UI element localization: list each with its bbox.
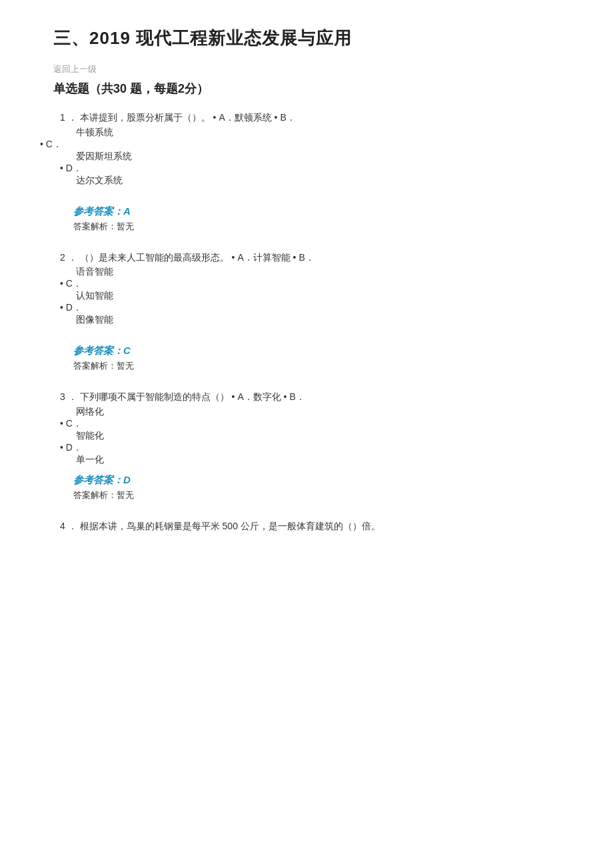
question-4-text: 4 ． 根据本讲，鸟巢的耗钢量是每平米 500 公斤，是一般体育建筑的（）倍。 <box>60 517 560 535</box>
question-3: 3 ． 下列哪项不属于智能制造的特点（） • A． 数字化 • B． 网络化 •… <box>53 388 560 501</box>
question-1-text: 1 ． 本讲提到，股票分析属于（）。 • A． 默顿系统 • B． <box>60 109 560 127</box>
answer-1: 参考答案：A 答案解析：暂无 <box>60 205 560 233</box>
question-4: 4 ． 根据本讲，鸟巢的耗钢量是每平米 500 公斤，是一般体育建筑的（）倍。 <box>53 517 560 535</box>
section-header: 单选题（共30 题，每题2分） <box>53 81 560 97</box>
page-title: 三、2019 现代工程新业态发展与应用 <box>53 27 560 50</box>
questions-container: 1 ． 本讲提到，股票分析属于（）。 • A． 默顿系统 • B． 牛顿系统 •… <box>53 109 560 535</box>
back-link[interactable]: 返回上一级 <box>53 63 560 75</box>
question-2: 2 ． （）是未来人工智能的最高级形态。 • A． 计算智能 • B． 语音智能… <box>53 249 560 373</box>
question-1: 1 ． 本讲提到，股票分析属于（）。 • A． 默顿系统 • B． 牛顿系统 •… <box>53 109 560 233</box>
answer-3: 参考答案：D 答案解析：暂无 <box>60 474 560 501</box>
question-2-text: 2 ． （）是未来人工智能的最高级形态。 • A． 计算智能 • B． <box>60 249 560 267</box>
question-3-text: 3 ． 下列哪项不属于智能制造的特点（） • A． 数字化 • B． <box>60 388 560 406</box>
answer-2: 参考答案：C 答案解析：暂无 <box>60 345 560 372</box>
